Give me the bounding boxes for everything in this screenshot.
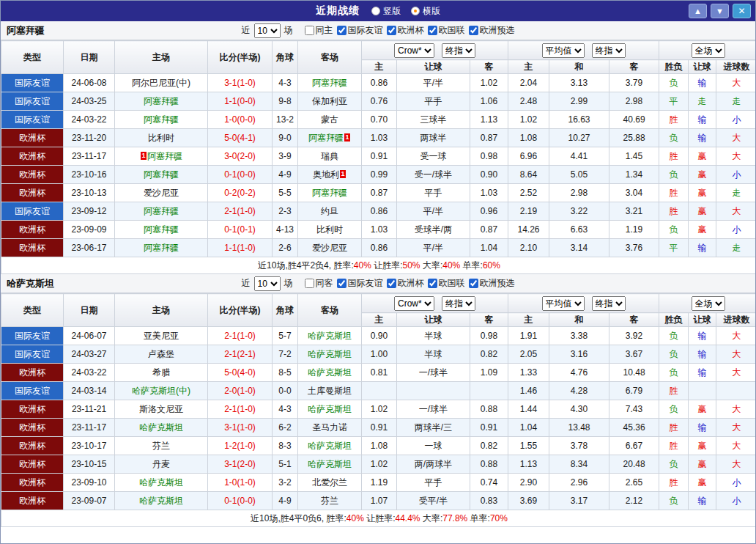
- away-odds: 0.87: [470, 221, 508, 239]
- team-name: 阿塞拜疆: [147, 151, 182, 161]
- radio-icon: [371, 7, 380, 15]
- odds-stage-select[interactable]: 终指: [442, 43, 475, 58]
- match-type: 欧洲杯: [1, 364, 64, 382]
- match-type: 欧洲杯: [1, 129, 64, 147]
- handicap-line: 一/球半: [397, 364, 470, 382]
- odds-company-select[interactable]: Crow*: [394, 296, 434, 311]
- games-count-select[interactable]: 10: [254, 23, 281, 38]
- filter-label: 欧洲杯: [398, 24, 424, 37]
- filter-checkbox-item[interactable]: 欧国联: [428, 24, 465, 37]
- sub-col-wdl: 胜负: [659, 313, 689, 327]
- team-name: 希腊: [152, 367, 170, 378]
- filter-checkbox-item[interactable]: 欧洲预选: [469, 24, 515, 37]
- home-team: 阿塞拜疆: [115, 111, 208, 129]
- filter-checkbox[interactable]: [387, 279, 396, 288]
- avg-home-odds: 1.33: [508, 364, 549, 382]
- odds-company-select[interactable]: Crow*: [394, 43, 434, 58]
- corner-score: 4-3: [273, 400, 298, 419]
- average-select[interactable]: 平均值: [542, 296, 585, 311]
- filter-checkbox-item[interactable]: 国际友谊: [337, 277, 383, 290]
- scope-select[interactable]: 全场: [692, 43, 725, 58]
- close-button[interactable]: ✕: [733, 4, 751, 18]
- home-team: 爱沙尼亚: [115, 184, 208, 202]
- same-venue-checkbox[interactable]: [305, 279, 314, 288]
- avg-away-odds: 3.76: [609, 239, 659, 257]
- corner-score: 4-9: [273, 166, 298, 184]
- scope-header: 全场: [659, 294, 756, 313]
- summary-row: 近10场,胜4平0负6, 胜率:40% 让胜率:44.4% 大率:77.8% 单…: [1, 510, 756, 527]
- filter-checkbox[interactable]: [469, 26, 478, 35]
- result-goals: 大: [716, 455, 756, 474]
- radio-label: 横版: [423, 5, 440, 18]
- filter-checkbox-item[interactable]: 欧洲预选: [469, 277, 515, 290]
- match-date: 23-11-20: [64, 129, 115, 147]
- match-row: 国际友谊24-03-22阿塞拜疆1-0(0-0)13-2蒙古0.70三球半1.1…: [1, 111, 756, 129]
- home-odds: 0.99: [362, 166, 397, 184]
- filter-checkbox[interactable]: [337, 279, 346, 288]
- match-date: 23-10-16: [64, 166, 115, 184]
- away-odds: 1.04: [470, 239, 508, 257]
- arrow-down-icon: ▼: [716, 7, 724, 15]
- away-team: 阿塞拜疆: [298, 74, 362, 92]
- handicap-line: 两球半: [397, 129, 470, 147]
- col-corner: 角球: [273, 41, 298, 74]
- average-stage-select[interactable]: 终指: [592, 296, 626, 311]
- scope-select[interactable]: 全场: [692, 296, 725, 311]
- move-up-button[interactable]: ▲: [689, 4, 707, 18]
- avg-draw-odds: 3.17: [549, 492, 609, 510]
- avg-away-odds: 2.12: [609, 492, 659, 510]
- avg-draw-odds: 2.96: [549, 474, 609, 492]
- result-handicap: 输: [689, 419, 716, 437]
- away-odds: 1.02: [470, 74, 508, 92]
- filter-checkbox-item[interactable]: 欧洲杯: [387, 277, 424, 290]
- avg-draw-odds: 6.63: [549, 221, 609, 239]
- corner-score: 8-3: [273, 437, 298, 455]
- filter-checkbox[interactable]: [469, 279, 478, 288]
- avg-draw-odds: 8.34: [549, 455, 609, 474]
- filter-checkbox-item[interactable]: 欧国联: [428, 277, 465, 290]
- filter-checkbox[interactable]: [337, 26, 346, 35]
- result-wdl: 胜: [659, 437, 689, 455]
- games-count-select[interactable]: 10: [254, 276, 281, 291]
- match-type: 欧洲杯: [1, 492, 64, 510]
- corner-score: 7-2: [273, 345, 298, 364]
- same-venue-checkbox-item[interactable]: 同主: [305, 24, 333, 37]
- summary-text: 单率:: [467, 513, 490, 523]
- filter-checkbox[interactable]: [428, 279, 437, 288]
- recent-results-table: 类型 日期 主场 比分(半场) 角球 客场 Crow* 终指 平均值 终指: [1, 40, 756, 274]
- radio-vertical-layout[interactable]: 竖版: [371, 5, 401, 18]
- handicap-line: 受球半/两: [397, 221, 470, 239]
- result-handicap: 输: [689, 129, 716, 147]
- away-team: 哈萨克斯坦: [298, 455, 362, 474]
- same-venue-checkbox-item[interactable]: 同客: [305, 277, 333, 290]
- home-odds: 1.19: [362, 474, 397, 492]
- radio-label: 竖版: [383, 5, 401, 18]
- filter-checkbox[interactable]: [428, 26, 437, 35]
- odds-company-header: Crow* 终指: [362, 41, 508, 60]
- result-goals: 走: [716, 92, 756, 111]
- section-controls: 近 10 场 同客 国际友谊 欧洲杯 欧国联 欧洲预选: [242, 276, 515, 291]
- sub-col-avg-draw: 和: [549, 60, 609, 74]
- titlebar-center: 近期战绩 竖版 横版: [1, 4, 755, 18]
- filter-checkbox-item[interactable]: 国际友谊: [337, 24, 383, 37]
- move-down-button[interactable]: ▼: [711, 4, 729, 18]
- radio-horizontal-layout[interactable]: 横版: [411, 5, 440, 18]
- filter-checkbox-item[interactable]: 欧洲杯: [387, 24, 424, 37]
- result-goals: 走: [716, 184, 756, 202]
- avg-home-odds: 2.04: [508, 74, 549, 92]
- sub-col-handicap-result: 让球: [689, 313, 716, 327]
- same-venue-checkbox[interactable]: [305, 26, 314, 35]
- average-select[interactable]: 平均值: [542, 43, 585, 58]
- away-team: 哈萨克斯坦: [298, 345, 362, 364]
- match-date: 24-03-27: [64, 345, 115, 364]
- home-odds: 0.87: [362, 184, 397, 202]
- handicap-line: 两球半/三: [397, 419, 470, 437]
- result-goals: 走: [716, 239, 756, 257]
- result-handicap: 输: [689, 364, 716, 382]
- home-odds: 0.86: [362, 74, 397, 92]
- filter-checkbox[interactable]: [387, 26, 396, 35]
- average-stage-select[interactable]: 终指: [592, 43, 626, 58]
- away-team: 圣马力诺: [298, 419, 362, 437]
- odds-stage-select[interactable]: 终指: [442, 296, 475, 311]
- result-goals: 大: [716, 419, 756, 437]
